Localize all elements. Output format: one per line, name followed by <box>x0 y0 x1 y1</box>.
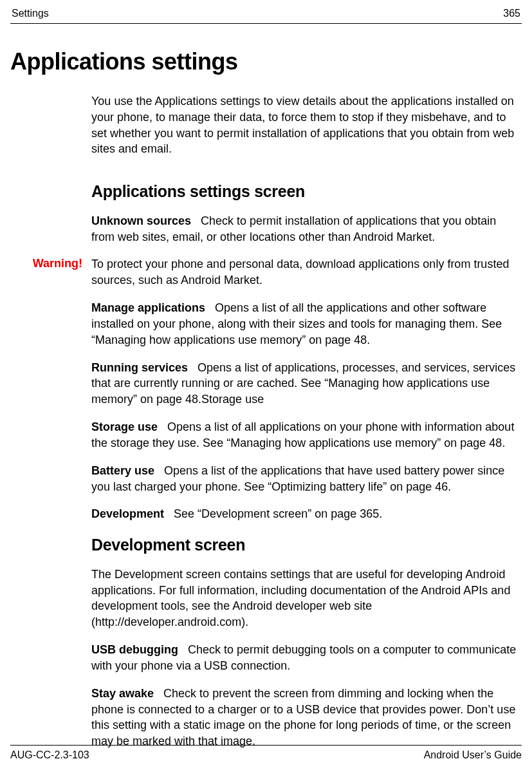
section-heading-apps-settings-screen: Applications settings screen <box>91 180 522 203</box>
setting-usb-debugging: USB debugging Check to permit debugging … <box>91 642 522 674</box>
warning-label: Warning! <box>10 256 82 761</box>
header-page-number: 365 <box>503 8 520 19</box>
setting-unknown-sources: Unknown sources Check to permit installa… <box>91 213 522 245</box>
development-intro: The Development screen contains settings… <box>91 567 522 630</box>
setting-label: USB debugging <box>91 643 178 656</box>
setting-label: Manage applications <box>91 301 205 314</box>
header-section: Settings <box>12 8 49 19</box>
setting-text: See “Development screen” on page 365. <box>174 507 382 520</box>
setting-label: Battery use <box>91 464 154 477</box>
setting-stay-awake: Stay awake Check to prevent the screen f… <box>91 686 522 749</box>
page-title: Applications settings <box>10 48 522 75</box>
setting-label: Unknown sources <box>91 214 191 227</box>
page-footer: AUG-CC-2.3-103 Android User’s Guide <box>10 745 522 761</box>
footer-doc-id: AUG-CC-2.3-103 <box>10 749 89 761</box>
setting-manage-applications: Manage applications Opens a list of all … <box>91 300 522 348</box>
warning-text: To protect your phone and personal data,… <box>91 256 522 288</box>
setting-running-services: Running services Opens a list of applica… <box>91 360 522 408</box>
setting-battery-use: Battery use Opens a list of the applicat… <box>91 463 522 495</box>
section-heading-development-screen: Development screen <box>91 534 522 556</box>
setting-label: Development <box>91 507 164 520</box>
header-rule <box>10 23 522 24</box>
footer-rule <box>10 745 522 746</box>
setting-label: Storage use <box>91 420 158 433</box>
setting-storage-use: Storage use Opens a list of all applicat… <box>91 419 522 451</box>
page-header: Settings 365 <box>10 8 522 22</box>
intro-paragraph: You use the Applications settings to vie… <box>91 93 522 157</box>
setting-development: Development See “Development screen” on … <box>91 506 522 522</box>
setting-label: Stay awake <box>91 687 154 700</box>
setting-text: Check to prevent the screen from dimming… <box>91 687 515 747</box>
footer-guide-name: Android User’s Guide <box>424 749 522 761</box>
setting-label: Running services <box>91 361 188 374</box>
